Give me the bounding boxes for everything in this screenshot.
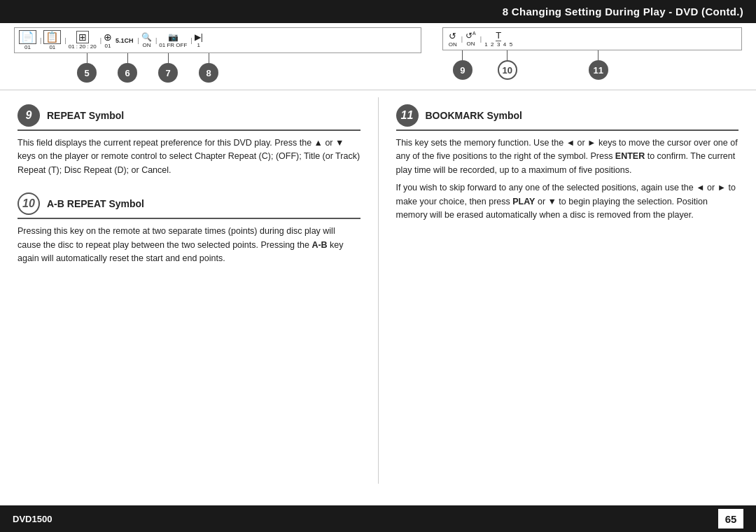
- footer-page: 65: [718, 509, 743, 528]
- audio-icon: ⊕ 01: [104, 31, 112, 50]
- enter-bold: ENTER: [615, 151, 645, 161]
- play-icon: ▶| 1: [195, 32, 203, 48]
- section-9-title: REPEAT Symbol: [47, 110, 124, 121]
- time-icon: ⊞ 01 : 20 : 20: [69, 31, 97, 50]
- status-bar: 📄 01 | 📋 01 | ⊞ 01 : 20 : 20 | ⊕ 01 5.1C…: [0, 23, 756, 90]
- section-9-text: This field displays the current repeat p…: [18, 136, 360, 177]
- section-11-number: 11: [396, 104, 419, 127]
- section-10-header: 10 A-B REPEAT Symbol: [18, 192, 360, 219]
- header-title: 8 Changing Setting During Play - DVD (Co…: [503, 6, 743, 18]
- section-11-text-2: If you wish to skip forward to any one o…: [396, 181, 739, 222]
- section-10-text: Pressing this key on the remote at two s…: [18, 225, 360, 265]
- tick-7: 7: [158, 53, 178, 83]
- section-11-title: BOOKMARK Symbol: [426, 110, 522, 121]
- section-11-header: 11 BOOKMARK Symbol: [396, 104, 739, 131]
- title-icon: 📄 01: [19, 30, 36, 50]
- bookmark-icon: T 1 2 3 4 5: [484, 30, 512, 48]
- camera-icon: 📷 01 FR OFF: [159, 32, 187, 48]
- tick-6: 6: [118, 53, 137, 83]
- page-header: 8 Changing Setting During Play - DVD (Co…: [0, 0, 756, 23]
- main-content: 9 REPEAT Symbol This field displays the …: [0, 90, 756, 484]
- section-10-body: Pressing this key on the remote at two s…: [18, 225, 360, 265]
- section-10-title: A-B REPEAT Symbol: [47, 198, 144, 209]
- footer: DVD1500 65: [0, 505, 756, 532]
- left-column: 9 REPEAT Symbol This field displays the …: [0, 97, 379, 484]
- ab-repeat-icon: ↺A ON: [465, 31, 476, 47]
- section-9-header: 9 REPEAT Symbol: [18, 104, 360, 131]
- q-icon: 🔍 ON: [141, 32, 152, 48]
- ab-bold: A-B: [312, 240, 327, 250]
- footer-model: DVD1500: [13, 514, 52, 524]
- right-column: 11 BOOKMARK Symbol This key sets the mem…: [379, 97, 757, 484]
- section-9-body: This field displays the current repeat p…: [18, 136, 360, 177]
- section-11-body: This key sets the memory function. Use t…: [396, 136, 739, 222]
- menu-icon: 📋 01: [43, 30, 61, 50]
- section-10-number: 10: [18, 192, 40, 215]
- repeat-icon: ↺ ON: [449, 31, 457, 48]
- tick-11: 11: [589, 50, 608, 80]
- tick-9: 9: [453, 50, 472, 80]
- section-11-text-1: This key sets the memory function. Use t…: [396, 136, 739, 177]
- tick-5: 5: [77, 53, 97, 83]
- tick-10: 10: [498, 50, 517, 80]
- channel-label: 5.1CH: [115, 37, 134, 44]
- play-bold: PLAY: [512, 197, 535, 206]
- tick-8: 8: [199, 53, 218, 83]
- section-9-number: 9: [18, 104, 40, 127]
